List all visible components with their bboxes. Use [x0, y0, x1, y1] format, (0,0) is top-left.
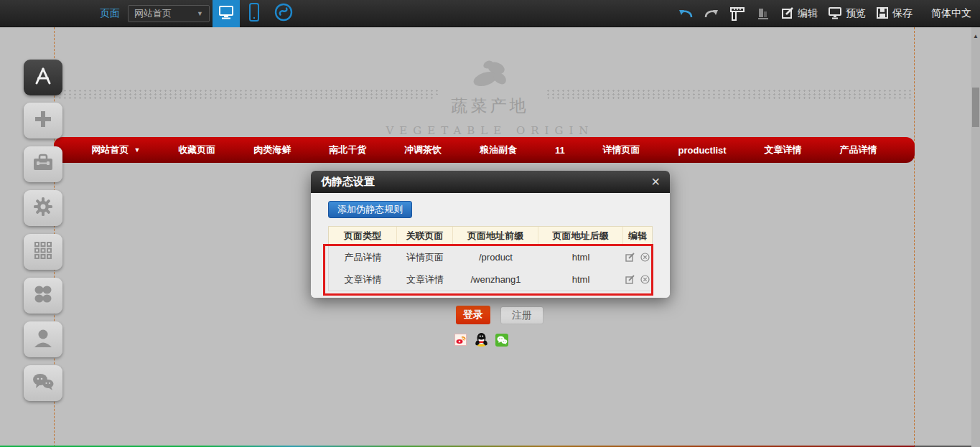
cell-actions	[623, 268, 652, 291]
register-button[interactable]: 注册	[500, 306, 543, 324]
qq-icon[interactable]	[475, 332, 487, 345]
page-scrollbar: ▲	[971, 27, 980, 447]
app-brand-button[interactable]	[271, 1, 297, 26]
nav-item-detail-page[interactable]: 详情页面	[603, 143, 640, 156]
editor-stage: 页面 网站首页 ▼	[0, 0, 980, 447]
rules-table-body: 产品详情 详情页面 /product html 文章详情 文章详情 /wenzh…	[328, 246, 653, 291]
site-title: 蔬菜产地	[433, 95, 548, 117]
rules-table: 页面类型 关联页面 页面地址前缀 页面地址后缀 编辑 产品详情 详情页面 /pr…	[328, 226, 653, 291]
language-switch[interactable]: 简体中文	[931, 7, 971, 20]
cell-linked-page: 文章详情	[397, 268, 453, 291]
edit-button[interactable]: 编辑	[781, 6, 818, 22]
nav-item-dry-goods[interactable]: 南北干货	[329, 143, 366, 156]
ruler-button[interactable]	[729, 6, 745, 22]
undo-button[interactable]	[678, 6, 694, 22]
nav-item-article-detail[interactable]: 文章详情	[765, 143, 802, 156]
preview-button-label: 预览	[846, 7, 866, 20]
toolbox-icon	[32, 153, 55, 176]
mobile-view-button[interactable]	[244, 0, 264, 27]
sidebar-member-button[interactable]	[24, 321, 62, 357]
row-edit-icon[interactable]	[625, 275, 635, 284]
chevron-down-icon: ▼	[197, 10, 203, 17]
circle-s-icon	[273, 1, 294, 26]
table-row: 文章详情 文章详情 /wenzhang1 html	[329, 268, 652, 291]
save-floppy-icon	[876, 6, 889, 22]
row-delete-icon[interactable]	[640, 275, 650, 284]
columns-button[interactable]	[755, 6, 771, 22]
site-nav-bar: 网站首页▼ 收藏页面 肉类海鲜 南北干货 冲调茶饮 粮油副食 11 详情页面 p…	[54, 137, 915, 163]
header-actions: 编辑	[623, 227, 652, 245]
page-label: 页面	[100, 7, 120, 20]
column-chart-icon	[756, 6, 770, 21]
sidebar-wechat-button[interactable]	[24, 365, 62, 401]
cell-page-type: 产品详情	[329, 246, 397, 268]
sidebar-grid-button[interactable]	[24, 234, 62, 270]
gear-icon	[32, 196, 54, 220]
rules-table-header: 页面类型 关联页面 页面地址前缀 页面地址后缀 编辑	[328, 226, 653, 246]
preview-button[interactable]: 预览	[828, 6, 866, 22]
row-edit-icon[interactable]	[625, 253, 635, 262]
page-select-value: 网站首页	[134, 7, 172, 20]
chat-bubbles-icon	[31, 372, 55, 395]
right-guide-line	[914, 27, 915, 447]
clover-icon	[32, 283, 54, 308]
nav-item-product-detail[interactable]: 产品详情	[840, 143, 877, 156]
sidebar-settings-button[interactable]	[24, 190, 62, 226]
undo-icon	[678, 7, 694, 20]
add-rule-button[interactable]: 添加伪静态规则	[328, 201, 412, 218]
redo-icon	[704, 7, 719, 20]
page-select[interactable]: 网站首页 ▼	[128, 5, 210, 22]
plus-icon	[32, 108, 54, 133]
toolbar-right-group: 编辑 预览 保存 简体中文	[678, 0, 971, 27]
phone-icon	[248, 3, 260, 24]
pseudo-static-dialog: 伪静态设置 ✕ 添加伪静态规则 页面类型 关联页面 页面地址前缀 页面地址后缀 …	[311, 171, 670, 298]
nav-item-grain-oil[interactable]: 粮油副食	[480, 143, 517, 156]
preview-monitor-icon	[828, 6, 842, 22]
sidebar-modules-button[interactable]	[24, 278, 62, 314]
row-delete-icon[interactable]	[640, 253, 650, 262]
header-url-suffix: 页面地址后缀	[538, 227, 623, 245]
grid-icon	[33, 240, 53, 263]
scroll-up-arrow[interactable]: ▲	[971, 33, 980, 39]
header-page-type: 页面类型	[329, 227, 397, 245]
save-button-label: 保存	[892, 7, 913, 20]
login-button[interactable]: 登录	[456, 306, 490, 324]
cell-page-type: 文章详情	[329, 268, 397, 291]
desktop-view-button[interactable]	[213, 0, 240, 27]
site-logo: 蔬菜产地 VEGETABLE ORIGIN	[0, 56, 980, 137]
wechat-icon[interactable]	[495, 334, 508, 347]
nav-item-productlist[interactable]: productlist	[678, 145, 727, 156]
dialog-titlebar[interactable]: 伪静态设置 ✕	[311, 171, 670, 193]
cell-actions	[623, 246, 652, 268]
edit-pencil-icon	[781, 6, 794, 22]
redo-button[interactable]	[704, 6, 719, 22]
header-linked-page: 关联页面	[397, 227, 453, 245]
weibo-icon[interactable]	[454, 334, 467, 347]
header-url-prefix: 页面地址前缀	[453, 227, 538, 245]
scrollbar-thumb[interactable]	[972, 88, 979, 127]
dialog-title: 伪静态设置	[321, 175, 375, 189]
sidebar-design-button[interactable]	[24, 60, 62, 95]
monitor-icon	[218, 4, 234, 23]
sidebar-add-module-button[interactable]	[24, 103, 62, 138]
person-icon	[32, 327, 54, 352]
cell-url-suffix: html	[538, 268, 623, 291]
cell-url-prefix: /wenzhang1	[453, 268, 538, 291]
nav-item-home[interactable]: 网站首页▼	[91, 143, 140, 156]
edit-button-label: 编辑	[798, 7, 818, 20]
cell-url-suffix: html	[538, 246, 623, 268]
nav-item-tea-drinks[interactable]: 冲调茶饮	[404, 143, 442, 156]
site-subtitle: VEGETABLE ORIGIN	[0, 124, 980, 137]
save-button[interactable]: 保存	[876, 6, 913, 22]
nav-item-favorites[interactable]: 收藏页面	[178, 143, 215, 156]
vegetable-logo-icon	[0, 56, 980, 93]
nav-dropdown-icon: ▼	[134, 146, 140, 154]
nav-item-meat-seafood[interactable]: 肉类海鲜	[253, 143, 291, 156]
cell-url-prefix: /product	[453, 246, 538, 268]
nav-item-11[interactable]: 11	[555, 145, 565, 156]
dialog-body: 添加伪静态规则 页面类型 关联页面 页面地址前缀 页面地址后缀 编辑 产品详情 …	[311, 193, 670, 298]
sidebar-toolbox-button[interactable]	[24, 146, 62, 182]
app-store-icon	[32, 65, 55, 90]
table-row: 产品详情 详情页面 /product html	[329, 246, 652, 268]
close-icon[interactable]: ✕	[651, 177, 661, 188]
